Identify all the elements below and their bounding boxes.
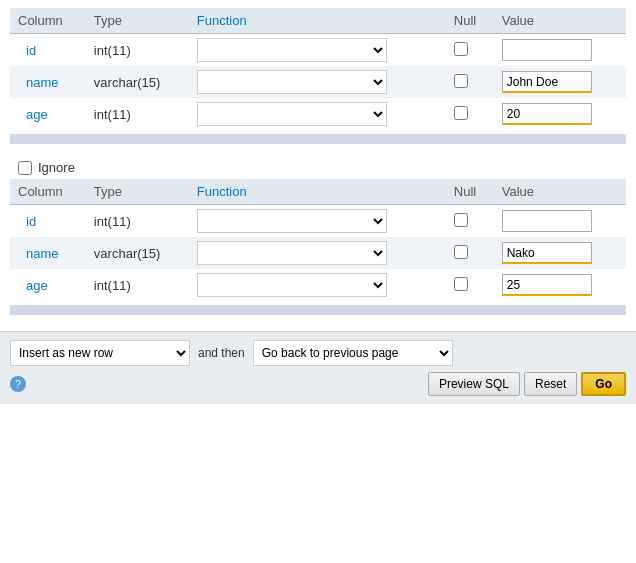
header-type-2: Type xyxy=(86,179,189,205)
function-select[interactable] xyxy=(197,273,387,297)
col-column-cell: name xyxy=(10,66,86,98)
action-row1: Insert as new rowReplace existing row an… xyxy=(10,340,626,366)
col-type-cell: varchar(15) xyxy=(86,66,189,98)
main-container: Column Type Function Null Value idint(11… xyxy=(0,0,636,323)
table-row: ageint(11) xyxy=(10,269,626,301)
col-function-cell[interactable] xyxy=(189,98,446,130)
header-function-2: Function xyxy=(189,179,446,205)
col-column-cell: age xyxy=(10,98,86,130)
value-input[interactable] xyxy=(502,242,592,264)
col-function-cell[interactable] xyxy=(189,237,446,269)
col-value-cell[interactable] xyxy=(494,205,626,238)
and-then-label: and then xyxy=(198,346,245,360)
function-select[interactable] xyxy=(197,70,387,94)
value-input[interactable] xyxy=(502,39,592,61)
table1: Column Type Function Null Value idint(11… xyxy=(10,8,626,130)
function-select[interactable] xyxy=(197,241,387,265)
col-function-cell[interactable] xyxy=(189,269,446,301)
header-value-1: Value xyxy=(494,8,626,34)
null-checkbox[interactable] xyxy=(454,42,468,56)
col-type-cell: int(11) xyxy=(86,34,189,67)
table-row: ageint(11) xyxy=(10,98,626,130)
null-checkbox[interactable] xyxy=(454,106,468,120)
header-column-1: Column xyxy=(10,8,86,34)
header-type-1: Type xyxy=(86,8,189,34)
goback-select[interactable]: Go back to previous pageDo nothing xyxy=(253,340,453,366)
col-null-cell[interactable] xyxy=(446,205,494,238)
action-row2: ? Preview SQL Reset Go xyxy=(10,372,626,396)
header-column-2: Column xyxy=(10,179,86,205)
header-null-1: Null xyxy=(446,8,494,34)
col-value-cell[interactable] xyxy=(494,66,626,98)
table-row: namevarchar(15) xyxy=(10,237,626,269)
table-row: namevarchar(15) xyxy=(10,66,626,98)
col-null-cell[interactable] xyxy=(446,269,494,301)
go-button[interactable]: Go xyxy=(581,372,626,396)
col-function-cell[interactable] xyxy=(189,34,446,67)
col-type-cell: varchar(15) xyxy=(86,237,189,269)
col-type-cell: int(11) xyxy=(86,205,189,238)
col-null-cell[interactable] xyxy=(446,66,494,98)
insert-select[interactable]: Insert as new rowReplace existing row xyxy=(10,340,190,366)
ignore-checkbox[interactable] xyxy=(18,161,32,175)
null-checkbox[interactable] xyxy=(454,277,468,291)
null-checkbox[interactable] xyxy=(454,74,468,88)
col-type-cell: int(11) xyxy=(86,98,189,130)
col-type-cell: int(11) xyxy=(86,269,189,301)
btn-group: Preview SQL Reset Go xyxy=(428,372,626,396)
col-value-cell[interactable] xyxy=(494,269,626,301)
spacer-2 xyxy=(10,305,626,315)
col-null-cell[interactable] xyxy=(446,34,494,67)
value-input[interactable] xyxy=(502,71,592,93)
col-value-cell[interactable] xyxy=(494,98,626,130)
ignore-label[interactable]: Ignore xyxy=(38,160,75,175)
col-null-cell[interactable] xyxy=(446,237,494,269)
preview-sql-button[interactable]: Preview SQL xyxy=(428,372,520,396)
value-input[interactable] xyxy=(502,210,592,232)
table-row: idint(11) xyxy=(10,34,626,67)
header-function-1: Function xyxy=(189,8,446,34)
table-row: idint(11) xyxy=(10,205,626,238)
help-icon[interactable]: ? xyxy=(10,376,26,392)
action-bar: Insert as new rowReplace existing row an… xyxy=(0,331,636,404)
reset-button[interactable]: Reset xyxy=(524,372,577,396)
col-column-cell: name xyxy=(10,237,86,269)
function-select[interactable] xyxy=(197,209,387,233)
spacer-1 xyxy=(10,134,626,144)
header-null-2: Null xyxy=(446,179,494,205)
col-value-cell[interactable] xyxy=(494,237,626,269)
value-input[interactable] xyxy=(502,274,592,296)
table2: Column Type Function Null Value idint(11… xyxy=(10,179,626,301)
col-value-cell[interactable] xyxy=(494,34,626,67)
null-checkbox[interactable] xyxy=(454,245,468,259)
function-select[interactable] xyxy=(197,102,387,126)
function-select[interactable] xyxy=(197,38,387,62)
col-column-cell: id xyxy=(10,34,86,67)
value-input[interactable] xyxy=(502,103,592,125)
col-column-cell: age xyxy=(10,269,86,301)
ignore-section: Ignore xyxy=(10,152,626,179)
col-null-cell[interactable] xyxy=(446,98,494,130)
col-function-cell[interactable] xyxy=(189,66,446,98)
col-column-cell: id xyxy=(10,205,86,238)
col-function-cell[interactable] xyxy=(189,205,446,238)
null-checkbox[interactable] xyxy=(454,213,468,227)
header-value-2: Value xyxy=(494,179,626,205)
